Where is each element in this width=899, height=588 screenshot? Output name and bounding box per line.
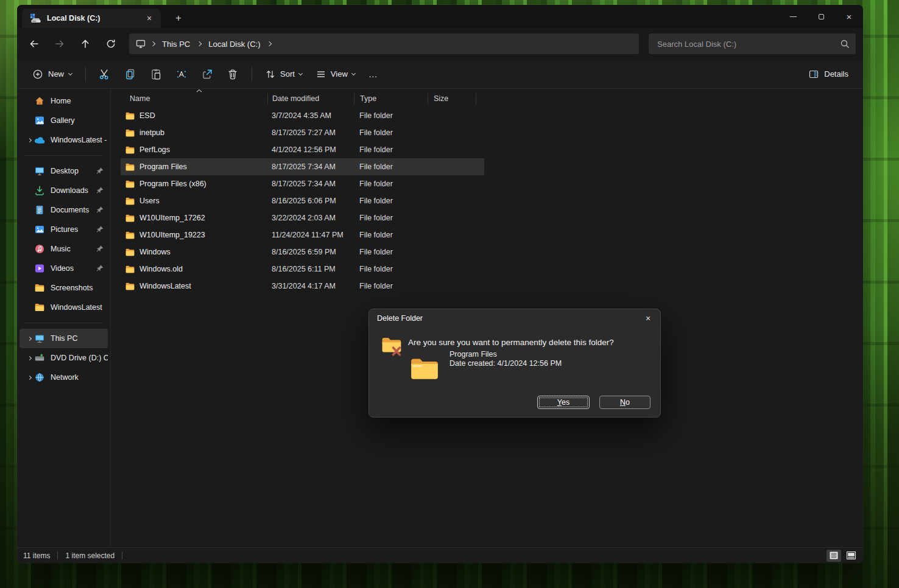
file-row[interactable]: PerfLogs 4/1/2024 12:56 PM File folder: [121, 141, 484, 158]
no-button[interactable]: No: [599, 396, 650, 409]
see-more-button[interactable]: …: [362, 64, 384, 85]
search-input[interactable]: [656, 39, 840, 49]
sidebar-item-onedrive[interactable]: WindowsLatest - Pe: [19, 130, 108, 150]
file-name: Users: [139, 197, 160, 205]
explorer-tab[interactable]: Local Disk (C:) ×: [22, 9, 161, 28]
sidebar-item-desktop[interactable]: Desktop: [19, 161, 108, 181]
back-button[interactable]: [23, 33, 45, 54]
sidebar-item-dvd-drive[interactable]: DVD Drive (D:) CCC: [19, 348, 108, 368]
maximize-button[interactable]: [807, 5, 835, 28]
share-button[interactable]: [195, 64, 219, 85]
yes-button[interactable]: Yes: [537, 396, 590, 409]
rename-button[interactable]: [169, 64, 194, 85]
file-name: PerfLogs: [139, 145, 170, 154]
file-row[interactable]: Windows 8/16/2025 6:59 PM File folder: [121, 243, 484, 261]
expand-chevron-icon[interactable]: [27, 138, 31, 142]
details-view-toggle[interactable]: [827, 550, 841, 562]
file-row[interactable]: W10UItemp_19223 11/24/2024 11:47 PM File…: [121, 226, 484, 243]
share-icon: [201, 68, 213, 80]
sidebar-item-label: Documents: [51, 206, 96, 214]
dialog-close-icon[interactable]: ×: [636, 309, 660, 327]
breadcrumb-local-disk[interactable]: Local Disk (C:): [203, 37, 265, 51]
breadcrumb-chevron-icon: [150, 41, 155, 46]
chevron-down-icon: [68, 71, 72, 75]
refresh-icon: [105, 38, 116, 49]
cut-button[interactable]: [93, 64, 117, 85]
downloads-icon: [34, 185, 45, 196]
view-button[interactable]: View: [309, 64, 361, 85]
breadcrumb-chevron-icon[interactable]: [267, 41, 272, 46]
search-icon[interactable]: [840, 39, 850, 49]
thumbnail-view-icon: [847, 551, 856, 559]
pictures-icon: [34, 224, 45, 235]
file-row[interactable]: Users 8/16/2025 6:06 PM File folder: [121, 192, 484, 209]
rename-icon: [175, 68, 188, 80]
forward-button[interactable]: [49, 33, 71, 54]
thumbnail-view-toggle[interactable]: [844, 550, 858, 562]
file-date: 8/17/2025 7:34 AM: [267, 180, 354, 188]
file-row[interactable]: Program Files (x86) 8/17/2025 7:34 AM Fi…: [121, 175, 484, 192]
file-name: W10UItemp_19223: [139, 231, 205, 239]
close-button[interactable]: ×: [835, 5, 863, 28]
delete-button[interactable]: [220, 64, 245, 85]
sidebar-item-this-pc[interactable]: This PC: [19, 329, 108, 348]
sidebar-item-label: Videos: [51, 264, 96, 273]
column-header-name[interactable]: Name: [121, 93, 267, 104]
sort-button[interactable]: Sort: [259, 64, 308, 85]
command-toolbar: New Sort: [17, 60, 863, 89]
sidebar-item-pictures[interactable]: Pictures: [19, 220, 108, 239]
file-row[interactable]: W10UItemp_17262 3/22/2024 2:03 AM File f…: [121, 209, 484, 226]
file-row[interactable]: ESD 3/7/2024 4:35 AM File folder: [121, 107, 484, 124]
file-row[interactable]: Windows.old 8/16/2025 6:11 PM File folde…: [121, 261, 484, 278]
file-name: ESD: [139, 111, 155, 120]
sidebar-item-label: Gallery: [51, 116, 108, 125]
onedrive-cloud-icon: [34, 135, 45, 145]
search-box[interactable]: [649, 33, 856, 54]
minimize-button[interactable]: [779, 5, 807, 28]
file-row-selected[interactable]: Program Files 8/17/2025 7:34 AM File fol…: [121, 158, 484, 175]
new-button[interactable]: New: [26, 64, 79, 85]
file-row[interactable]: inetpub 8/17/2025 7:27 AM File folder: [121, 124, 484, 141]
expand-chevron-icon[interactable]: [27, 375, 31, 379]
details-pane-button[interactable]: Details: [802, 64, 855, 85]
paste-button[interactable]: [144, 64, 168, 85]
column-header-date-modified[interactable]: Date modified: [267, 93, 354, 104]
file-type: File folder: [354, 180, 428, 188]
sidebar-item-documents[interactable]: Documents: [19, 200, 108, 220]
sidebar-item-videos[interactable]: Videos: [19, 259, 108, 278]
gallery-icon: [34, 115, 45, 126]
copy-button[interactable]: [118, 64, 143, 85]
sidebar-item-windowslatest[interactable]: WindowsLatest: [19, 298, 108, 317]
refresh-button[interactable]: [100, 33, 122, 54]
desktop-icon: [34, 166, 45, 177]
file-type: File folder: [354, 265, 428, 273]
sidebar-item-network[interactable]: Network: [19, 368, 108, 387]
sidebar-item-gallery[interactable]: Gallery: [19, 111, 108, 130]
sidebar-item-screenshots[interactable]: Screenshots: [19, 278, 108, 298]
file-type: File folder: [354, 128, 428, 137]
new-tab-button[interactable]: +: [171, 11, 186, 26]
column-header-type[interactable]: Type: [354, 93, 428, 104]
tab-close-icon[interactable]: ×: [141, 11, 157, 26]
delete-folder-icon: [380, 335, 404, 357]
up-arrow-icon: [80, 38, 91, 49]
expand-chevron-icon[interactable]: [27, 355, 31, 360]
file-date: 3/22/2024 2:03 AM: [267, 214, 354, 222]
file-name: WindowsLatest: [139, 282, 191, 290]
view-button-label: View: [331, 69, 348, 79]
file-date: 3/7/2024 4:35 AM: [267, 111, 354, 120]
this-pc-monitor-icon[interactable]: [135, 38, 146, 49]
column-header-size[interactable]: Size: [428, 93, 476, 104]
up-button[interactable]: [74, 33, 96, 54]
sidebar-item-downloads[interactable]: Downloads: [19, 181, 108, 200]
address-bar[interactable]: This PC Local Disk (C:): [129, 33, 639, 54]
pin-icon: [96, 206, 104, 214]
sidebar-item-home[interactable]: Home: [19, 91, 108, 111]
breadcrumb-this-pc[interactable]: This PC: [157, 37, 195, 51]
expand-chevron-icon[interactable]: [27, 336, 31, 340]
column-headers: Name Date modified Type Size: [111, 90, 863, 107]
music-icon: [34, 243, 45, 254]
sidebar-item-music[interactable]: Music: [19, 239, 108, 259]
folder-icon: [125, 196, 135, 206]
file-row[interactable]: WindowsLatest 3/31/2024 4:17 AM File fol…: [121, 278, 484, 295]
